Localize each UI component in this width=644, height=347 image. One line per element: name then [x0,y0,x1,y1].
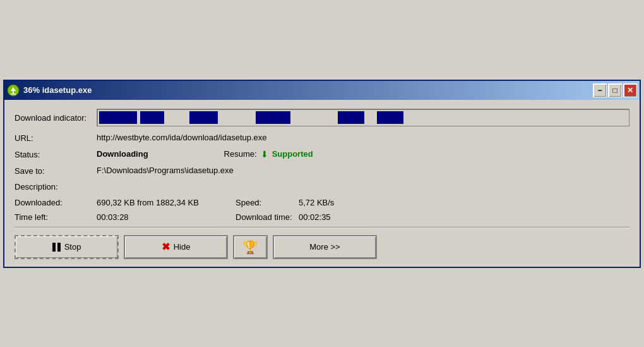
hide-button[interactable]: ✖ Hide [124,235,228,259]
status-row: Status: Downloading Resume: ⬇ Supported [15,149,629,159]
url-label: URL: [15,133,97,143]
window-body: Download indicator: URL: http://westbyte… [4,100,640,267]
minimize-button[interactable]: − [593,83,607,97]
indicator-track [97,109,629,126]
indicator-block-5 [338,111,364,124]
indicator-block-2 [140,111,164,124]
status-label: Status: [15,149,97,159]
save-to-row: Save to: F:\Downloads\Programs\idasetup.… [15,166,629,176]
trophy-button[interactable]: 🏆 [233,235,268,259]
indicator-label: Download indicator: [15,113,97,123]
downloaded-value: 690,32 KB from 1882,34 KB [97,198,236,207]
status-value: Downloading [97,149,148,159]
svg-rect-2 [11,94,16,95]
indicator-block-6 [377,111,403,124]
speed-label: Speed: [236,198,299,207]
save-to-value: F:\Downloads\Programs\idasetup.exe [97,166,629,175]
pause-icon [52,243,61,252]
url-row: URL: http://westbyte.com/ida/download/id… [15,133,629,143]
more-label: More >> [309,242,340,252]
time-left-label: Time left: [15,212,97,222]
resume-label: Resume: [224,149,257,159]
indicator-block-1 [99,111,137,124]
save-to-label: Save to: [15,166,97,176]
x-icon: ✖ [162,241,170,253]
title-bar: 36% idasetup.exe − □ ✕ [4,81,640,100]
download-icon [7,84,20,97]
title-bar-text: 36% idasetup.exe [23,85,589,95]
title-bar-buttons: − □ ✕ [593,83,637,97]
stop-label: Stop [64,242,81,252]
more-button[interactable]: More >> [273,235,377,259]
description-row: Description: [15,182,629,192]
resume-arrow-icon: ⬇ [261,149,268,159]
main-window: 36% idasetup.exe − □ ✕ Download indicato… [3,80,641,268]
downloaded-label: Downloaded: [15,198,97,207]
description-label: Description: [15,181,58,192]
resume-status: Supported [272,149,313,159]
indicator-row: Download indicator: [15,109,629,126]
stop-button[interactable]: Stop [15,235,119,259]
hide-label: Hide [174,242,191,252]
divider [15,227,629,228]
restore-button[interactable]: □ [608,83,622,97]
download-time-label: Download time: [236,212,299,222]
close-button[interactable]: ✕ [623,83,637,97]
download-time-value: 00:02:35 [299,212,362,222]
url-value: http://westbyte.com/ida/download/idasetu… [97,133,629,142]
button-row: Stop ✖ Hide 🏆 More >> [15,235,629,259]
time-left-row: Time left: 00:03:28 Download time: 00:02… [15,212,629,222]
trophy-icon: 🏆 [242,240,258,255]
speed-value: 5,72 KB/s [299,198,362,207]
indicator-block-3 [189,111,218,124]
resume-section: Resume: ⬇ Supported [224,149,313,159]
downloaded-row: Downloaded: 690,32 KB from 1882,34 KB Sp… [15,198,629,207]
time-left-value: 00:03:28 [97,212,236,222]
indicator-block-4 [256,111,290,124]
